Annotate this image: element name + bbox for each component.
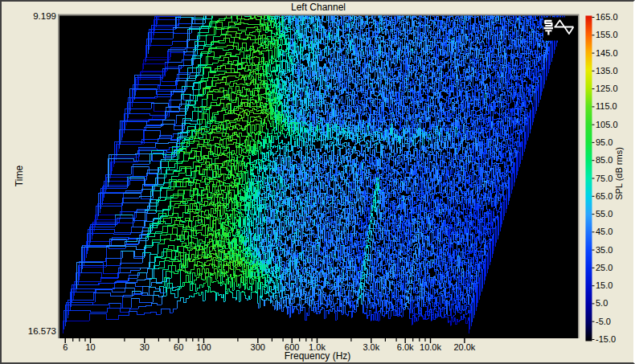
svg-text:SPL (dB rms): SPL (dB rms) bbox=[614, 147, 624, 200]
svg-text:20.0k: 20.0k bbox=[453, 342, 475, 352]
svg-text:9.199: 9.199 bbox=[33, 11, 56, 21]
svg-text:25.0: 25.0 bbox=[596, 263, 612, 272]
svg-text:100: 100 bbox=[196, 342, 211, 352]
svg-text:5.0: 5.0 bbox=[596, 298, 608, 308]
svg-text:Time: Time bbox=[14, 166, 25, 187]
svg-text:3.0k: 3.0k bbox=[363, 342, 379, 352]
svg-text:105.0: 105.0 bbox=[596, 120, 618, 129]
svg-text:16.573: 16.573 bbox=[28, 326, 56, 336]
svg-text:95.0: 95.0 bbox=[596, 137, 612, 147]
svg-text:85.0: 85.0 bbox=[596, 155, 612, 165]
svg-text:35.0: 35.0 bbox=[596, 245, 612, 255]
svg-text:115.0: 115.0 bbox=[596, 101, 617, 111]
svg-text:Left Channel: Left Channel bbox=[291, 2, 346, 13]
svg-text:-5.0: -5.0 bbox=[596, 317, 611, 326]
svg-text:135.0: 135.0 bbox=[596, 66, 618, 76]
svg-text:15.0: 15.0 bbox=[596, 280, 612, 290]
svg-text:30: 30 bbox=[140, 342, 150, 352]
svg-text:45.0: 45.0 bbox=[596, 227, 612, 236]
svg-text:75.0: 75.0 bbox=[596, 174, 612, 183]
svg-text:10: 10 bbox=[85, 342, 95, 352]
svg-text:60: 60 bbox=[174, 342, 183, 352]
svg-text:125.0: 125.0 bbox=[596, 84, 618, 93]
svg-text:55.0: 55.0 bbox=[596, 209, 612, 219]
svg-text:10.0k: 10.0k bbox=[420, 342, 441, 352]
svg-text:-15.0: -15.0 bbox=[596, 334, 616, 344]
svg-text:155.0: 155.0 bbox=[596, 30, 618, 39]
svg-text:Frequency (Hz): Frequency (Hz) bbox=[285, 350, 351, 362]
svg-text:65.0: 65.0 bbox=[596, 191, 612, 201]
svg-text:6.0k: 6.0k bbox=[397, 342, 414, 352]
svg-text:145.0: 145.0 bbox=[596, 48, 618, 58]
svg-text:300: 300 bbox=[251, 342, 265, 352]
svg-text:165.0: 165.0 bbox=[596, 12, 618, 22]
svg-text:6: 6 bbox=[63, 342, 68, 352]
